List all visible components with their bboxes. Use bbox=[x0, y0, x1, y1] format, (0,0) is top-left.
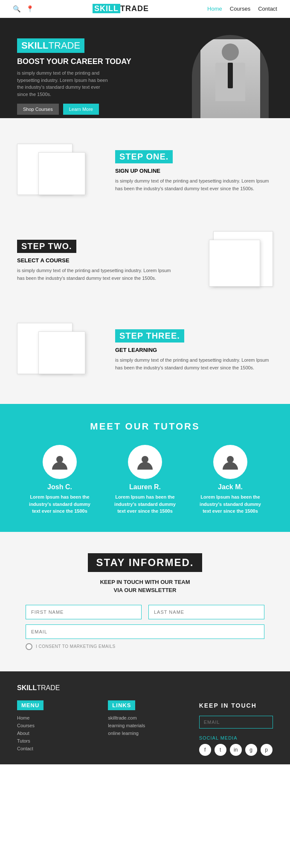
newsletter-name-row bbox=[26, 605, 264, 619]
person-icon-2 bbox=[221, 453, 240, 471]
step-three-text: is simply dummy text of the printing and… bbox=[115, 357, 273, 372]
pinterest-icon[interactable]: p bbox=[261, 744, 273, 756]
newsletter-subheading: KEEP IN TOUCH WITH OUR TEAMVIA OUR NEWSL… bbox=[26, 578, 264, 595]
navbar-links: Home Courses Contact bbox=[207, 6, 277, 12]
footer-link-2[interactable]: online learning bbox=[108, 731, 182, 736]
person-icon-1 bbox=[136, 453, 154, 471]
step-three-subtitle: GET LEARNING bbox=[115, 347, 273, 353]
linkedin-icon[interactable]: in bbox=[230, 744, 242, 756]
twitter-icon[interactable]: t bbox=[215, 744, 226, 756]
location-icon[interactable]: 📍 bbox=[26, 5, 34, 13]
footer-logo-trade: TRADE bbox=[37, 684, 60, 691]
tutors-section-title: MEET OUR TUTORS bbox=[9, 421, 281, 432]
footer-menu-home[interactable]: Home bbox=[17, 715, 91, 720]
newsletter-heading: STAY INFORMED. bbox=[88, 553, 203, 572]
footer-link-0[interactable]: skilltrade.com bbox=[108, 715, 182, 720]
step-three-row: STEP THREE. GET LEARNING is simply dummy… bbox=[0, 306, 290, 395]
footer-link-1[interactable]: learning materials bbox=[108, 723, 182, 728]
nav-contact[interactable]: Contact bbox=[258, 6, 277, 12]
hero-left: SKILLTRADE BOOST YOUR CAREER TODAY is si… bbox=[17, 38, 188, 115]
footer-menu-tutors[interactable]: Tutors bbox=[17, 738, 91, 743]
social-media-label: SOCIAL MEDIA bbox=[199, 735, 273, 740]
footer-menu-contact[interactable]: Contact bbox=[17, 746, 91, 751]
googleplus-icon[interactable]: g bbox=[245, 744, 257, 756]
tutor-card-2: Jack M. Lorem Ipsum has been the industr… bbox=[196, 445, 264, 515]
hero-buttons: Shop Courses Learn More bbox=[17, 104, 188, 115]
footer-menu-courses[interactable]: Courses bbox=[17, 723, 91, 728]
learn-more-button[interactable]: Learn More bbox=[63, 104, 99, 115]
consent-row: I CONSENT TO MARKETING EMAILS bbox=[26, 643, 264, 650]
hero-description: is simply dummy text of the printing and… bbox=[17, 70, 111, 98]
tutors-grid: Josh C. Lorem Ipsum has been the industr… bbox=[9, 445, 281, 515]
tutor-name-2: Jack M. bbox=[196, 483, 264, 491]
person-icon-0 bbox=[50, 453, 69, 471]
step-one-content: STEP ONE. SIGN UP ONLINE is simply dummy… bbox=[115, 150, 273, 192]
last-name-input[interactable] bbox=[148, 605, 264, 619]
hero-brand-skill: SKILL bbox=[21, 40, 49, 51]
tutor-avatar-1 bbox=[128, 445, 162, 479]
email-input[interactable] bbox=[26, 624, 264, 639]
first-name-input[interactable] bbox=[26, 605, 142, 619]
navbar: 🔍 📍 SKILLTRADE Home Courses Contact bbox=[0, 0, 290, 18]
tutor-avatar-0 bbox=[43, 445, 77, 479]
tutor-avatar-2 bbox=[213, 445, 247, 479]
logo-skill: SKILL bbox=[93, 4, 120, 13]
hero-right bbox=[188, 35, 273, 118]
step-three-images bbox=[17, 319, 102, 383]
shop-courses-button[interactable]: Shop Courses bbox=[17, 104, 59, 115]
tutor-desc-0: Lorem Ipsum has been the industry's stan… bbox=[26, 494, 94, 515]
step-two-images bbox=[188, 229, 273, 293]
logo-trade: TRADE bbox=[120, 4, 149, 13]
footer-keep-in-touch-col: KEEP IN TOUCH SOCIAL MEDIA f t in g p bbox=[199, 700, 273, 756]
footer-grid: MENU Home Courses About Tutors Contact L… bbox=[17, 700, 273, 756]
navbar-left: 🔍 📍 bbox=[13, 5, 34, 13]
hero-heading: BOOST YOUR CAREER TODAY bbox=[17, 57, 188, 66]
footer-keep-title: KEEP IN TOUCH bbox=[199, 700, 257, 711]
facebook-icon[interactable]: f bbox=[199, 744, 211, 756]
tutor-card-1: Lauren R. Lorem Ipsum has been the indus… bbox=[111, 445, 179, 515]
step-one-images bbox=[17, 139, 102, 203]
footer-menu-about[interactable]: About bbox=[17, 731, 91, 736]
footer: SKILLTRADE MENU Home Courses About Tutor… bbox=[0, 671, 290, 764]
step-one-text: is simply dummy text of the printing and… bbox=[115, 177, 273, 192]
step-two-row: STEP TWO. SELECT A COURSE is simply dumm… bbox=[0, 216, 290, 306]
svg-point-1 bbox=[142, 456, 148, 463]
tutor-name-1: Lauren R. bbox=[111, 483, 179, 491]
social-icons: f t in g p bbox=[199, 744, 273, 756]
newsletter-section: STAY INFORMED. KEEP IN TOUCH WITH OUR TE… bbox=[0, 532, 290, 671]
hero-brand-trade: TRADE bbox=[49, 40, 81, 51]
hero-brand: SKILLTRADE bbox=[17, 38, 84, 53]
steps-section: STEP ONE. SIGN UP ONLINE is simply dummy… bbox=[0, 118, 290, 404]
step-two-content: STEP TWO. SELECT A COURSE is simply dumm… bbox=[17, 240, 175, 282]
step-three-content: STEP THREE. GET LEARNING is simply dummy… bbox=[115, 329, 273, 372]
nav-home[interactable]: Home bbox=[207, 6, 222, 12]
step-two-text: is simply dummy text of the printing and… bbox=[17, 267, 175, 282]
step-two-label: STEP TWO. bbox=[17, 240, 76, 253]
footer-email-input[interactable] bbox=[199, 716, 273, 729]
footer-logo-skill: SKILL bbox=[17, 684, 37, 691]
footer-menu-col: MENU Home Courses About Tutors Contact bbox=[17, 700, 91, 756]
step-three-label: STEP THREE. bbox=[115, 329, 184, 343]
footer-menu-title: MENU bbox=[17, 700, 44, 710]
search-icon[interactable]: 🔍 bbox=[13, 5, 21, 13]
navbar-logo: SKILLTRADE bbox=[93, 4, 149, 13]
hero-section: SKILLTRADE BOOST YOUR CAREER TODAY is si… bbox=[0, 18, 290, 118]
tutor-desc-1: Lorem Ipsum has been the industry's stan… bbox=[111, 494, 179, 515]
nav-courses[interactable]: Courses bbox=[230, 6, 250, 12]
footer-links-title: LINKS bbox=[108, 700, 135, 710]
consent-radio[interactable] bbox=[26, 643, 32, 650]
svg-point-2 bbox=[227, 456, 234, 463]
step-one-subtitle: SIGN UP ONLINE bbox=[115, 168, 273, 174]
tutor-desc-2: Lorem Ipsum has been the industry's stan… bbox=[196, 494, 264, 515]
tutor-card-0: Josh C. Lorem Ipsum has been the industr… bbox=[26, 445, 94, 515]
footer-links-col: LINKS skilltrade.com learning materials … bbox=[108, 700, 182, 756]
step-one-label: STEP ONE. bbox=[115, 150, 173, 163]
svg-point-0 bbox=[56, 456, 63, 463]
footer-logo: SKILLTRADE bbox=[17, 684, 273, 692]
tutors-section: MEET OUR TUTORS Josh C. Lorem Ipsum has … bbox=[0, 404, 290, 532]
step-two-subtitle: SELECT A COURSE bbox=[17, 257, 175, 264]
consent-label: I CONSENT TO MARKETING EMAILS bbox=[36, 644, 116, 649]
tutor-name-0: Josh C. bbox=[26, 483, 94, 491]
step-one-row: STEP ONE. SIGN UP ONLINE is simply dummy… bbox=[0, 127, 290, 216]
